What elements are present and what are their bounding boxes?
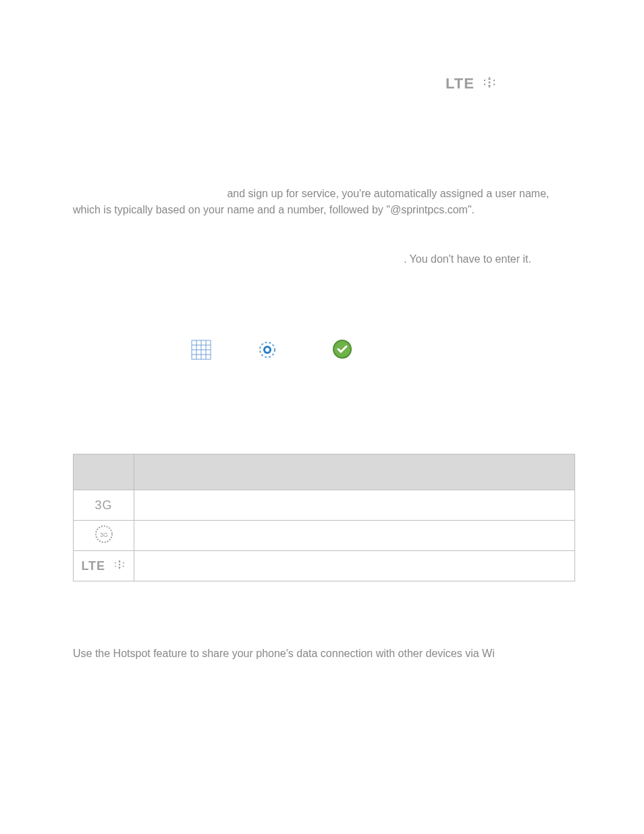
svg-point-24 <box>115 566 116 567</box>
intro-paragraph-2: . You don't have to enter it. <box>73 251 571 267</box>
lte-label: LTE <box>446 75 475 93</box>
data-activity-icon <box>113 558 126 574</box>
svg-point-5 <box>493 80 495 81</box>
cell-lte-desc <box>134 551 575 581</box>
table-header-row <box>74 454 575 490</box>
data-activity-icon <box>481 74 498 93</box>
svg-point-23 <box>115 563 116 564</box>
hotspot-paragraph: Use the Hotspot feature to share your ph… <box>73 646 571 662</box>
table-header-icon <box>74 454 134 490</box>
apps-grid-icon <box>190 339 212 363</box>
svg-point-25 <box>122 563 124 564</box>
svg-marker-0 <box>488 76 491 80</box>
intro-paragraph-1: xxxxxxxxxxxxxxxxxxxxxxxxxxxx and sign up… <box>73 186 571 218</box>
settings-gear-icon <box>257 339 278 363</box>
status-icons-table: 3G 3G LTE <box>73 454 575 581</box>
ring-3g-icon: 3G <box>94 524 114 544</box>
table-header-desc <box>134 454 575 490</box>
table-row: LTE <box>74 551 575 581</box>
svg-point-3 <box>484 80 485 81</box>
table-row: 3G <box>74 490 575 521</box>
lte-label-cell: LTE <box>81 559 105 573</box>
svg-point-22 <box>118 564 120 566</box>
svg-point-16 <box>265 348 269 352</box>
ok-check-icon <box>332 339 352 362</box>
intro-text-1: and sign up for service, you're automati… <box>73 188 549 215</box>
cell-lte-icon: LTE <box>74 551 134 581</box>
table-row: 3G <box>74 521 575 551</box>
text-3g: 3G <box>95 498 112 512</box>
cell-3g-active-icon: 3G <box>74 521 134 551</box>
cell-3g-desc <box>134 490 575 521</box>
hotspot-text: Use the Hotspot feature to share your ph… <box>73 646 571 662</box>
intro-text-2: . You don't have to enter it. <box>404 253 531 265</box>
svg-marker-21 <box>118 567 120 569</box>
svg-point-4 <box>484 84 485 85</box>
svg-text:3G: 3G <box>99 531 107 538</box>
page: LTE xxxxxxxxxxxxxxxxxxxxxxxxxxxx and sig… <box>0 0 644 834</box>
svg-point-6 <box>493 84 495 85</box>
svg-point-26 <box>122 566 124 567</box>
nav-icons-row <box>73 339 571 363</box>
svg-marker-1 <box>488 85 491 88</box>
cell-3g-active-desc <box>134 521 575 551</box>
svg-point-2 <box>489 82 491 84</box>
lte-indicator: LTE <box>446 74 498 93</box>
svg-marker-20 <box>118 560 120 563</box>
cell-3g-icon: 3G <box>74 490 134 521</box>
